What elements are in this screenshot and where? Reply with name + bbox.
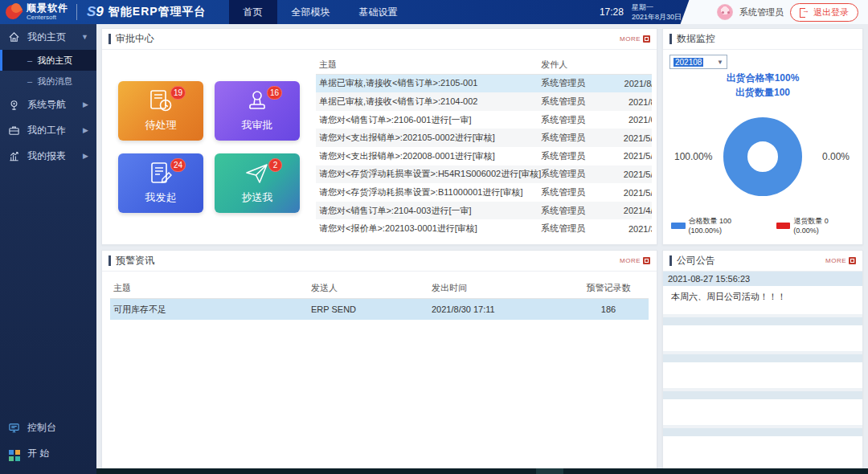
sidebar-item-console[interactable]: 控制台 <box>0 415 96 440</box>
approval-table-header: 主题 发件人 发出时间 <box>316 56 652 75</box>
tile-pending[interactable]: 19 待处理 <box>118 81 203 141</box>
sidebar-item-label: 系统导航 <box>27 98 66 112</box>
row-sender: 系统管理员 <box>541 168 610 180</box>
dash-bullet: – <box>27 76 32 86</box>
approval-row[interactable]: 单据已审核,请接收<销售订单>:2105-001 系统管理员 2021/8/14… <box>316 75 652 93</box>
donut-right-label: 0.00% <box>822 151 850 162</box>
approval-row[interactable]: 请您对<销售订单>:2106-001进行[一审] 系统管理员 2021/6/5 … <box>316 111 652 129</box>
row-time: 2021/8/14 11:45 <box>610 79 652 88</box>
console-label: 控制台 <box>27 421 56 435</box>
nav-tab-all-modules[interactable]: 全部模块 <box>277 0 345 24</box>
nav-tab-basic-settings[interactable]: 基础设置 <box>345 0 412 24</box>
announcement-placeholder-strip <box>663 428 862 436</box>
row-subject: 请您对<销售订单>:2104-003进行[一审] <box>316 205 541 217</box>
tile-cc-to-me[interactable]: 2 抄送我 <box>215 153 300 213</box>
panel-accent-bar <box>108 255 111 266</box>
company-logo: 顺景软件 Centersoft <box>0 0 75 24</box>
approval-row[interactable]: 单据已审核,请接收<销售订单>:2104-002 系统管理员 2021/8/5 … <box>316 92 652 111</box>
row-subject: 请您对<销售订单>:2106-001进行[一审] <box>316 114 541 126</box>
sidebar-subitem-my-home[interactable]: – 我的主页 <box>0 50 96 71</box>
pending-count-badge: 19 <box>170 86 186 100</box>
sidebar-subitem-label: 我的消息 <box>37 76 72 88</box>
period-value: 202108 <box>674 58 703 67</box>
sidebar-item-system-nav[interactable]: 系统导航 ▶ <box>0 92 96 117</box>
tile-initiated-by-me[interactable]: 24 我发起 <box>118 153 203 213</box>
row-subject: 单据已审核,请接收<销售订单>:2105-001 <box>316 77 541 89</box>
tile-label: 待处理 <box>145 118 177 133</box>
row-time: 2021/5/22 16:39 <box>610 151 652 161</box>
donut-ring <box>723 117 802 196</box>
announcement-placeholder-strip <box>663 354 862 362</box>
start-grid-icon <box>8 446 21 461</box>
sidebar-item-label: 我的工作 <box>27 124 66 137</box>
data-monitor-title: 数据监控 <box>677 32 715 46</box>
more-icon <box>643 257 650 264</box>
legend-item-return: 退货数量 0 (0.00%) <box>776 216 854 235</box>
nav-tab-home[interactable]: 首页 <box>229 0 277 24</box>
row-sender: 系统管理员 <box>541 77 610 89</box>
sidebar-item-label: 我的报表 <box>27 149 66 163</box>
col-subject: 主题 <box>316 59 541 71</box>
bottom-status-bar <box>96 468 868 474</box>
col-sender: 发件人 <box>541 59 610 71</box>
approval-table: 主题 发件人 发出时间 单据已审核,请接收<销售订单>:2105-001 系统管… <box>316 56 652 238</box>
sidebar-item-my-reports[interactable]: 我的报表 ▶ <box>0 143 96 169</box>
row-sender: 系统管理员 <box>541 132 610 144</box>
announcement-text[interactable]: 本周六、周日公司活动！！！ <box>663 286 862 314</box>
dash-bullet: – <box>27 55 32 65</box>
sidebar-subitem-my-messages[interactable]: – 我的消息 <box>0 71 96 92</box>
period-select[interactable]: 202108 ▼ <box>669 55 727 69</box>
alerts-table-header: 主题 发送人 发出时间 预警记录数 <box>110 278 649 299</box>
centersoft-logo-icon <box>5 3 23 21</box>
tile-label: 抄送我 <box>242 190 273 205</box>
row-time: 2021/6/5 14:58 <box>610 115 652 125</box>
announcements-more-link[interactable]: MORE <box>825 257 856 264</box>
approval-more-link[interactable]: MORE <box>620 35 650 43</box>
alerts-table: 主题 发送人 发出时间 预警记录数 可用库存不足 ERP SEND 2021/8… <box>102 272 657 473</box>
row-time: 2021/5/21 16:13 <box>610 170 652 179</box>
row-time: 2021/5/21 16:13 <box>610 188 652 198</box>
row-subject: 请您对<支出报销单>:202105-0002进行[审核] <box>316 132 541 144</box>
col-subject: 主题 <box>110 282 311 294</box>
approval-row[interactable]: 请您对<支出报销单>:202105-0002进行[审核] 系统管理员 2021/… <box>316 129 652 147</box>
username-label: 系统管理员 <box>739 6 784 18</box>
console-icon <box>8 422 21 434</box>
approval-row[interactable]: 请您对<销售订单>:2104-003进行[一审] 系统管理员 2021/4/23… <box>316 202 652 220</box>
row-time: 2021/3/3 12:00 <box>610 224 652 234</box>
panel-accent-bar <box>669 34 672 44</box>
sidebar-item-start[interactable]: 开 始 <box>0 440 96 466</box>
tile-my-approvals[interactable]: 16 我审批 <box>215 81 300 141</box>
user-avatar[interactable] <box>717 4 733 20</box>
briefcase-icon <box>8 125 21 137</box>
more-label: MORE <box>620 257 641 264</box>
approval-row[interactable]: 请您对<存货浮动耗损率设置>:H54R1S006002进行[审核] 系统管理员 … <box>316 165 652 184</box>
approval-row[interactable]: 请您对<报价单>:202103-0001进行[审核] 系统管理员 2021/3/… <box>316 219 652 238</box>
more-icon <box>643 35 650 43</box>
row-sender: 系统管理员 <box>541 223 610 235</box>
main-nav: 首页 全部模块 基础设置 <box>229 0 412 24</box>
logout-button[interactable]: 退出登录 <box>790 3 858 22</box>
home-icon <box>8 31 21 43</box>
approval-center-panel: 审批中心 MORE 19 待处理 <box>101 28 657 245</box>
data-monitor-panel: 数据监控 202108 ▼ 出货合格率100% 出货数量100 100.00% … <box>662 28 863 245</box>
top-header: 顺景软件 Centersoft S9 智能ERP管理平台 首页 全部模块 基础设… <box>0 0 868 24</box>
alert-sender: ERP SEND <box>311 304 432 314</box>
announcement-placeholder-strip <box>663 317 862 325</box>
sidebar-subitem-label: 我的主页 <box>37 55 72 67</box>
approval-row[interactable]: 请您对<支出报销单>:202008-0001进行[审核] 系统管理员 2021/… <box>316 147 652 165</box>
panel-accent-bar <box>669 255 672 266</box>
logo-subtitle: Centersoft <box>27 14 68 21</box>
approval-row[interactable]: 请您对<存货浮动耗损率设置>:B11000001进行[审核] 系统管理员 202… <box>316 183 652 202</box>
alerts-more-link[interactable]: MORE <box>620 257 650 264</box>
alert-row[interactable]: 可用库存不足 ERP SEND 2021/8/30 17:11 186 <box>110 299 649 320</box>
sidebar-item-my-home[interactable]: 我的主页 ▼ <box>0 24 96 50</box>
alerts-panel: 预警资讯 MORE 主题 发送人 发出时间 预警记录数 可用库存不足 ERP S… <box>101 250 657 474</box>
announcements-panel: 公司公告 MORE 2021-08-27 15:56:23 本周六、周日公司活动… <box>662 250 863 474</box>
legend-label: 退货数量 0 (0.00%) <box>793 216 854 235</box>
announcement-date: 2021-08-27 15:56:23 <box>663 272 862 286</box>
row-subject: 请您对<存货浮动耗损率设置>:B11000001进行[审核] <box>316 186 541 198</box>
cc-count-badge: 2 <box>268 158 282 172</box>
alert-subject: 可用库存不足 <box>110 304 311 316</box>
sidebar-item-my-work[interactable]: 我的工作 ▶ <box>0 117 96 143</box>
more-label: MORE <box>825 257 846 264</box>
